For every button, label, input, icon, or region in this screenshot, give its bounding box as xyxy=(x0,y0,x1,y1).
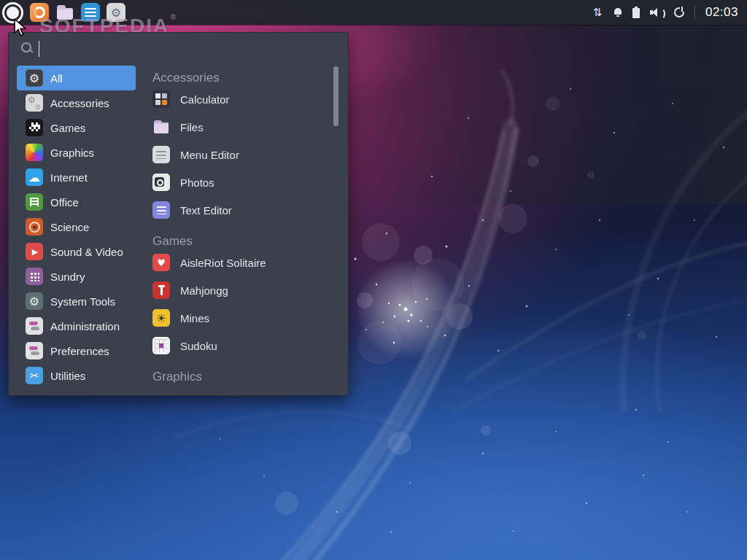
volume-icon[interactable] xyxy=(650,7,664,18)
app-sudoku[interactable]: Sudoku xyxy=(144,332,333,359)
mouse-cursor xyxy=(14,19,30,38)
category-utilities[interactable]: Utilities xyxy=(17,363,136,388)
applications-menu: All Accessories Games Graphics Internet … xyxy=(8,32,349,396)
category-office[interactable]: Office xyxy=(17,190,136,214)
app-mines[interactable]: Mines xyxy=(144,304,333,332)
app-calculator[interactable]: Calculator xyxy=(144,85,333,113)
science-category-icon xyxy=(26,218,43,236)
power-icon[interactable] xyxy=(674,7,684,18)
section-header-accessories: Accessories xyxy=(144,65,333,85)
system-tray: ⇅ 02:03 xyxy=(592,5,747,20)
files-icon xyxy=(152,118,170,136)
app-aisleriot-solitaire[interactable]: AisleRiot Solitaire xyxy=(144,249,333,276)
app-mahjongg[interactable]: Mahjongg xyxy=(144,276,333,304)
category-all[interactable]: All xyxy=(17,66,136,90)
menu-editor-icon xyxy=(152,146,170,163)
category-administration[interactable]: Administration xyxy=(17,314,136,338)
tray-separator xyxy=(694,5,695,20)
section-header-graphics: Graphics xyxy=(144,359,333,384)
notifications-bell-icon[interactable] xyxy=(614,7,622,18)
volume-cone xyxy=(652,8,657,17)
category-sundry[interactable]: Sundry xyxy=(17,264,136,289)
category-games[interactable]: Games xyxy=(17,115,136,140)
administration-category-icon xyxy=(26,317,43,335)
scrollbar-thumb[interactable] xyxy=(333,66,338,126)
category-accessories[interactable]: Accessories xyxy=(17,90,136,115)
graphics-category-icon xyxy=(26,144,43,161)
search-icon xyxy=(21,42,34,55)
text-editor-icon xyxy=(152,201,170,219)
photos-icon xyxy=(152,174,170,191)
aisleriot-solitaire-icon xyxy=(152,254,170,271)
utilities-category-icon xyxy=(26,367,43,384)
category-list: All Accessories Games Graphics Internet … xyxy=(9,66,140,388)
clock[interactable]: 02:03 xyxy=(705,5,738,20)
category-preferences[interactable]: Preferences xyxy=(17,338,136,363)
app-files[interactable]: Files xyxy=(144,113,333,141)
sudoku-icon xyxy=(152,337,170,354)
network-icon[interactable]: ⇅ xyxy=(592,6,603,19)
accessories-category-icon xyxy=(26,94,43,112)
internet-category-icon xyxy=(26,168,43,186)
category-sound-video[interactable]: Sound & Video xyxy=(17,239,136,264)
app-photos[interactable]: Photos xyxy=(144,168,333,196)
sound-video-category-icon xyxy=(26,243,43,260)
games-category-icon xyxy=(26,119,43,136)
category-system-tools[interactable]: System Tools xyxy=(17,289,136,314)
section-header-games: Games xyxy=(144,224,333,249)
sundry-category-icon xyxy=(26,268,43,285)
category-graphics[interactable]: Graphics xyxy=(17,140,136,165)
mahjongg-icon xyxy=(152,281,170,299)
app-menu-editor[interactable]: Menu Editor xyxy=(144,141,333,168)
office-category-icon xyxy=(26,193,43,211)
battery-icon[interactable] xyxy=(632,7,640,18)
all-categories-icon xyxy=(26,69,43,87)
app-list: Accessories Calculator Files Menu Editor… xyxy=(144,65,333,384)
system-tools-category-icon xyxy=(26,292,43,310)
search-input[interactable] xyxy=(39,37,348,61)
category-internet[interactable]: Internet xyxy=(17,165,136,190)
search-row xyxy=(9,33,348,65)
preferences-category-icon xyxy=(26,342,43,359)
mines-icon xyxy=(152,309,170,327)
desktop: SOFTPEDIA® ⇅ 02:03 xyxy=(0,0,747,560)
app-text-editor[interactable]: Text Editor xyxy=(144,196,333,224)
calculator-icon xyxy=(152,90,170,108)
category-science[interactable]: Science xyxy=(17,214,136,239)
